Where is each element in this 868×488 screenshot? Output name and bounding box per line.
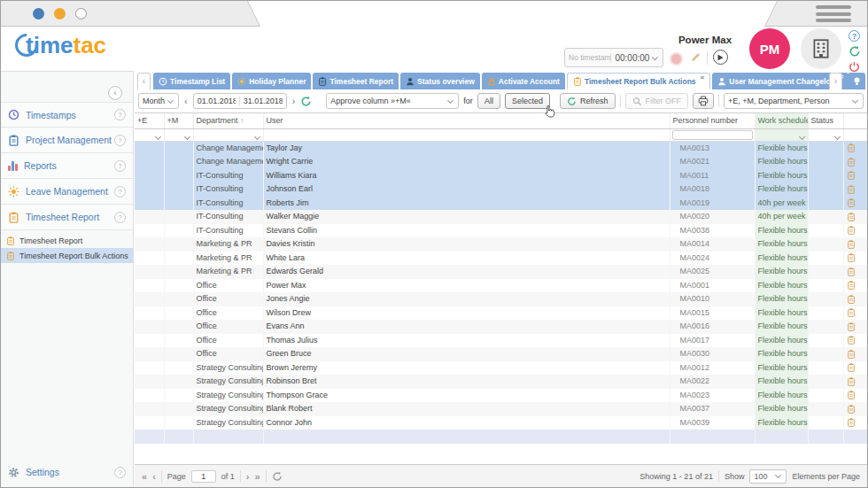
refresh-icon[interactable] [300,96,312,107]
column-header-status[interactable]: Status [808,113,843,128]
sidebar-subitem-timesheet-report[interactable]: Timesheet Report [1,233,133,248]
window-control-blue[interactable] [33,8,44,19]
help-icon[interactable]: ? [114,212,126,223]
column-header-m[interactable]: +M [164,113,193,128]
close-icon[interactable]: × [701,74,705,82]
timesheet-clipboard-icon[interactable] [847,158,864,167]
reload-icon[interactable] [849,45,864,58]
timesheet-clipboard-icon[interactable] [847,405,864,414]
column-header-e[interactable]: +E [135,113,164,128]
table-row[interactable]: Strategy ConsultingBlank RobertMA0037Fle… [135,402,867,416]
table-row[interactable]: Strategy ConsultingBrown JeremyMA0012Fle… [135,361,867,376]
help-icon[interactable]: ? [114,160,126,172]
previous-page-button[interactable]: ‹ [152,471,156,482]
tab-timestamp-list[interactable]: Timestamp List [153,73,230,89]
company-button[interactable] [801,28,841,69]
timesheet-clipboard-icon[interactable] [847,322,864,331]
sidebar-item-reports[interactable]: Reports ? [1,153,133,179]
help-icon[interactable]: ? [114,109,126,120]
column-header-work-schedule[interactable]: Work schedule [755,113,808,128]
refresh-icon[interactable] [272,471,283,482]
table-row[interactable]: Change ManagementTaylor JayMA0013Flexibl… [135,141,867,155]
table-row[interactable]: Marketing & PRDavies KristinMA0014Flexib… [135,237,867,252]
table-row[interactable]: IT-ConsultingWalker MaggieMA002040h per … [135,210,867,224]
tab-timesheet-report-bulk-actions[interactable]: Timesheet Report Bulk Actions × [567,73,710,89]
print-button[interactable] [693,93,714,109]
tab-scroll-left-button[interactable]: ‹ [137,73,151,89]
tab-activate-account[interactable]: Activate Account [482,73,565,89]
timesheet-clipboard-icon[interactable] [847,213,864,221]
table-row[interactable]: OfficeGreen BruceMA0030Flexible hours: 4… [135,347,867,361]
timesheet-clipboard-icon[interactable] [847,267,864,276]
previous-period-button[interactable]: ‹ [183,96,189,106]
sidebar-item-timesheet-report[interactable]: Timesheet Report ? [1,205,133,230]
record-button[interactable] [671,54,681,64]
timesheet-clipboard-icon[interactable] [847,171,864,180]
play-button[interactable] [713,50,728,65]
sidebar-collapse-button[interactable]: ‹ [108,86,122,100]
sidebar-subitem-timesheet-report-bulk-actions[interactable]: Timesheet Report Bulk Actions [1,248,133,263]
help-icon[interactable]: ? [114,135,126,146]
table-row[interactable]: OfficeWilson DrewMA0015Flexible hours: 4… [135,306,867,321]
table-row[interactable]: OfficePower MaxMA0001Flexible hours: 4..… [135,279,867,293]
column-header-user[interactable]: User [263,113,670,128]
table-row[interactable]: Marketing & PREdwards GeraldMA0025Flexib… [135,265,867,279]
timesheet-clipboard-icon[interactable] [847,377,864,386]
timesheet-clipboard-icon[interactable] [847,240,864,249]
sidebar-item-leave-management[interactable]: Leave Management ? [1,179,133,205]
column-header-department[interactable]: Department ↑ [193,113,263,128]
timesheet-clipboard-icon[interactable] [847,350,864,359]
next-period-button[interactable]: › [291,96,297,106]
table-row[interactable]: Change ManagementWright CarrieMA0021Flex… [135,155,867,169]
date-from-input[interactable] [194,97,240,105]
filter-status-dropdown[interactable] [808,128,843,141]
table-row[interactable]: IT-ConsultingWilliams KiaraMA0011Flexibl… [135,169,867,183]
table-row[interactable]: IT-ConsultingRoberts JimMA001940h per we… [135,197,867,211]
filter-m-dropdown[interactable] [164,128,193,141]
tab-scroll-right-button[interactable]: › [829,73,842,89]
sidebar-item-timestamps[interactable]: Timestamps ? [1,102,133,128]
help-icon[interactable]: ? [114,467,126,478]
filter-e-dropdown[interactable] [135,128,164,141]
page-number-input[interactable] [191,470,216,483]
refresh-button[interactable]: Refresh [560,93,616,109]
timesheet-clipboard-icon[interactable] [847,198,864,207]
period-select[interactable]: Month [138,93,179,109]
last-page-button[interactable]: » [255,471,260,482]
filter-work-schedule-dropdown[interactable] [755,128,808,141]
visible-columns-select[interactable]: +E, +M, Department, Person [724,93,864,109]
timesheet-clipboard-icon[interactable] [847,226,864,235]
help-icon[interactable]: ? [114,186,126,198]
lightbulb-icon[interactable] [848,73,865,89]
next-page-button[interactable]: › [246,471,250,482]
hamburger-menu-icon[interactable] [816,5,851,26]
timesheet-clipboard-icon[interactable] [847,185,864,194]
timesheet-clipboard-icon[interactable] [847,143,864,152]
timesheet-clipboard-icon[interactable] [847,363,864,372]
apply-all-button[interactable]: All [477,93,500,109]
table-row[interactable]: Strategy ConsultingThompson GraceMA0023F… [135,389,867,403]
timesheet-clipboard-icon[interactable] [847,295,864,304]
first-page-button[interactable]: « [142,471,147,482]
help-icon[interactable]: ? [849,30,860,42]
timesheet-clipboard-icon[interactable] [847,281,864,290]
filter-department-dropdown[interactable] [193,128,263,141]
date-to-input[interactable] [240,97,286,105]
tab-holiday-planner[interactable]: Holiday Planner [232,73,311,89]
filter-personnel-number-input[interactable] [670,128,755,141]
timestamp-status-dropdown[interactable]: No timestamp run... 00:00:00 [564,48,663,67]
sidebar-item-project-management[interactable]: Project Management ? [1,128,133,153]
apply-selected-button[interactable]: Selected [505,93,550,109]
window-control-white[interactable] [75,8,87,19]
timesheet-clipboard-icon[interactable] [847,418,864,427]
tab-status-overview[interactable]: Status overview [400,73,480,89]
tab-timesheet-report[interactable]: Timesheet Report [313,73,399,89]
window-control-yellow[interactable] [54,8,66,19]
edit-pencil-icon[interactable] [690,51,701,63]
table-row[interactable]: OfficeJones AngieMA0010Flexible hours: 4… [135,292,867,306]
timesheet-clipboard-icon[interactable] [847,308,864,317]
page-size-select[interactable]: 100 [749,469,787,484]
table-row[interactable]: IT-ConsultingJohnson EarlMA0018Flexible … [135,182,867,197]
column-header-personnel-number[interactable]: Personnel number [670,113,755,128]
table-row[interactable]: Strategy ConsultingRobinson BretMA0022Fl… [135,375,867,389]
